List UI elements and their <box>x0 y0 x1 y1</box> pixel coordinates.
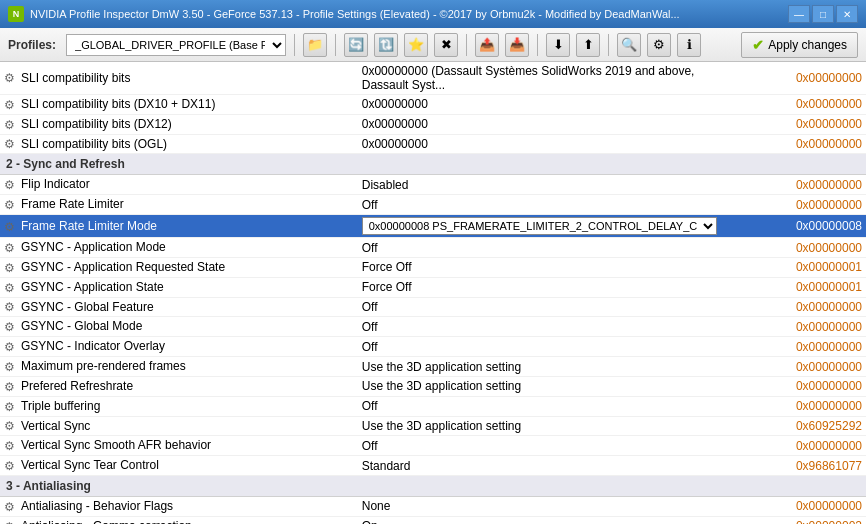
star-button[interactable]: ⭐ <box>404 33 428 57</box>
settings-table: ⚙SLI compatibility bits0x00000000 (Dassa… <box>0 62 866 524</box>
window-title: NVIDIA Profile Inspector DmW 3.50 - GeFo… <box>30 8 680 20</box>
setting-name: GSYNC - Application Requested State <box>21 260 225 274</box>
setting-name: GSYNC - Global Mode <box>21 319 142 333</box>
gear-icon: ⚙ <box>4 380 18 394</box>
profile-select[interactable]: _GLOBAL_DRIVER_PROFILE (Base Profile) <box>66 34 286 56</box>
setting-name-cell: ⚙SLI compatibility bits (DX12) <box>0 114 358 134</box>
minimize-button[interactable]: — <box>788 5 810 23</box>
gear-icon: ⚙ <box>4 178 18 192</box>
table-row[interactable]: ⚙GSYNC - Global FeatureOff0x00000000 <box>0 297 866 317</box>
separator-2 <box>335 34 336 56</box>
table-row[interactable]: ⚙GSYNC - Application StateForce Off0x000… <box>0 277 866 297</box>
table-row[interactable]: ⚙SLI compatibility bits (DX12)0x00000000… <box>0 114 866 134</box>
info-button[interactable]: ℹ <box>677 33 701 57</box>
separator-5 <box>608 34 609 56</box>
setting-value-cell: Off <box>358 317 740 337</box>
setting-name: SLI compatibility bits (DX12) <box>21 117 172 131</box>
setting-name: Flip Indicator <box>21 177 90 191</box>
down-button[interactable]: ⬇ <box>546 33 570 57</box>
up-button[interactable]: ⬆ <box>576 33 600 57</box>
setting-value-cell: 0x00000000 (Dassault Systèmes SolidWorks… <box>358 62 740 95</box>
setting-name-cell: ⚙SLI compatibility bits (DX10 + DX11) <box>0 95 358 115</box>
setting-name: SLI compatibility bits (OGL) <box>21 137 167 151</box>
setting-hex-value: 0x60925292 <box>740 416 866 436</box>
separator-1 <box>294 34 295 56</box>
gear-icon: ⚙ <box>4 439 18 453</box>
settings-button[interactable]: ⚙ <box>647 33 671 57</box>
setting-name-cell: ⚙Antialiasing - Behavior Flags <box>0 497 358 517</box>
table-row[interactable]: ⚙SLI compatibility bits0x00000000 (Dassa… <box>0 62 866 95</box>
setting-name-cell: ⚙GSYNC - Application Mode <box>0 238 358 258</box>
table-row[interactable]: ⚙GSYNC - Application Requested StateForc… <box>0 257 866 277</box>
setting-value-cell: Off <box>358 297 740 317</box>
setting-name: Frame Rate Limiter <box>21 197 124 211</box>
refresh-button[interactable]: 🔄 <box>344 33 368 57</box>
table-row[interactable]: ⚙Triple bufferingOff0x00000000 <box>0 396 866 416</box>
gear-icon: ⚙ <box>4 419 18 433</box>
gear-icon: ⚙ <box>4 98 18 112</box>
setting-value-cell[interactable]: 0x00000008 PS_FRAMERATE_LIMITER_2_CONTRO… <box>358 215 740 238</box>
gear-icon: ⚙ <box>4 281 18 295</box>
delete-button[interactable]: ✖ <box>434 33 458 57</box>
import-button[interactable]: 📥 <box>505 33 529 57</box>
setting-name-cell: ⚙Vertical Sync Smooth AFR behavior <box>0 436 358 456</box>
export-button[interactable]: 📤 <box>475 33 499 57</box>
setting-hex-value: 0x00000000 <box>740 62 866 95</box>
table-row[interactable]: ⚙Vertical Sync Tear ControlStandard0x968… <box>0 456 866 476</box>
setting-hex-value: 0x00000000 <box>740 497 866 517</box>
setting-name-cell: ⚙GSYNC - Global Mode <box>0 317 358 337</box>
table-row[interactable]: ⚙Prefered RefreshrateUse the 3D applicat… <box>0 376 866 396</box>
setting-hex-value: 0x00000000 <box>740 134 866 154</box>
setting-name-cell: ⚙Prefered Refreshrate <box>0 376 358 396</box>
setting-name: Frame Rate Limiter Mode <box>21 219 157 233</box>
table-row[interactable]: ⚙Frame Rate Limiter Mode0x00000008 PS_FR… <box>0 215 866 238</box>
apply-changes-button[interactable]: ✔ Apply changes <box>741 32 858 58</box>
table-row[interactable]: ⚙Frame Rate LimiterOff0x00000000 <box>0 195 866 215</box>
setting-name: Vertical Sync Tear Control <box>21 458 159 472</box>
setting-hex-value: 0x00000000 <box>740 436 866 456</box>
gear-icon: ⚙ <box>4 459 18 473</box>
setting-name: Vertical Sync Smooth AFR behavior <box>21 438 211 452</box>
setting-value-cell: 0x00000000 <box>358 134 740 154</box>
table-row[interactable]: ⚙Vertical Sync Smooth AFR behaviorOff0x0… <box>0 436 866 456</box>
setting-hex-value: 0x00000000 <box>740 297 866 317</box>
setting-name-cell: ⚙Maximum pre-rendered frames <box>0 357 358 377</box>
table-row[interactable]: ⚙Antialiasing - Gamma correctionOn0x0000… <box>0 516 866 524</box>
table-row[interactable]: ⚙Flip IndicatorDisabled0x00000000 <box>0 175 866 195</box>
setting-value-cell: Off <box>358 238 740 258</box>
setting-value-cell: On <box>358 516 740 524</box>
section-label: 2 - Sync and Refresh <box>0 154 866 175</box>
sync-button[interactable]: 🔃 <box>374 33 398 57</box>
table-row[interactable]: ⚙GSYNC - Global ModeOff0x00000000 <box>0 317 866 337</box>
setting-hex-value: 0x96861077 <box>740 456 866 476</box>
gear-icon: ⚙ <box>4 300 18 314</box>
maximize-button[interactable]: □ <box>812 5 834 23</box>
setting-value-cell: Use the 3D application setting <box>358 416 740 436</box>
table-row[interactable]: ⚙GSYNC - Indicator OverlayOff0x00000000 <box>0 337 866 357</box>
gear-icon: ⚙ <box>4 118 18 132</box>
setting-name-cell: ⚙Frame Rate Limiter Mode <box>0 215 358 238</box>
setting-name-cell: ⚙GSYNC - Application Requested State <box>0 257 358 277</box>
setting-hex-value: 0x00000000 <box>740 238 866 258</box>
table-row[interactable]: ⚙SLI compatibility bits (DX10 + DX11)0x0… <box>0 95 866 115</box>
section-header: 2 - Sync and Refresh <box>0 154 866 175</box>
table-row[interactable]: ⚙Vertical SyncUse the 3D application set… <box>0 416 866 436</box>
setting-value-dropdown[interactable]: 0x00000008 PS_FRAMERATE_LIMITER_2_CONTRO… <box>362 217 717 235</box>
close-button[interactable]: ✕ <box>836 5 858 23</box>
table-row[interactable]: ⚙Antialiasing - Behavior FlagsNone0x0000… <box>0 497 866 517</box>
folder-open-button[interactable]: 📁 <box>303 33 327 57</box>
separator-3 <box>466 34 467 56</box>
setting-name-cell: ⚙Triple buffering <box>0 396 358 416</box>
filter-button[interactable]: 🔍 <box>617 33 641 57</box>
setting-name: Antialiasing - Behavior Flags <box>21 499 173 513</box>
table-row[interactable]: ⚙GSYNC - Application ModeOff0x00000000 <box>0 238 866 258</box>
setting-name-cell: ⚙GSYNC - Indicator Overlay <box>0 337 358 357</box>
table-row[interactable]: ⚙SLI compatibility bits (OGL)0x000000000… <box>0 134 866 154</box>
setting-name-cell: ⚙GSYNC - Application State <box>0 277 358 297</box>
settings-scroll-area[interactable]: ⚙SLI compatibility bits0x00000000 (Dassa… <box>0 62 866 524</box>
gear-icon: ⚙ <box>4 241 18 255</box>
table-row[interactable]: ⚙Maximum pre-rendered framesUse the 3D a… <box>0 357 866 377</box>
setting-value-cell: Disabled <box>358 175 740 195</box>
window-controls: — □ ✕ <box>788 5 858 23</box>
setting-name: GSYNC - Global Feature <box>21 300 154 314</box>
